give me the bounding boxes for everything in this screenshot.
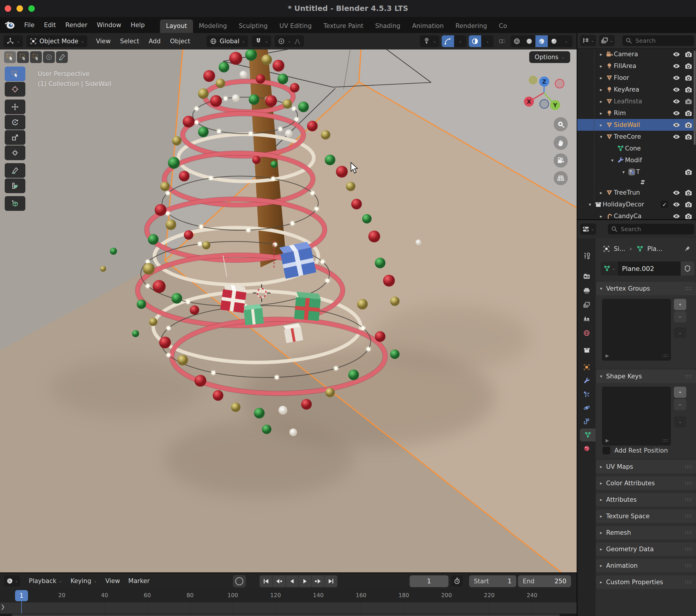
disable-render-icon[interactable] (684, 109, 693, 117)
timeline-scrollbar[interactable] (12, 614, 560, 616)
timeline-scroll-area[interactable] (0, 614, 577, 616)
gizmo-axis-neg-x[interactable] (555, 79, 564, 88)
selectability-filter[interactable]: ⌄ (420, 35, 439, 47)
navigation-gizmo[interactable]: Z X Y (519, 73, 569, 111)
properties-tab-render[interactable] (580, 270, 594, 283)
expand-chevron[interactable]: ▸ (597, 110, 605, 116)
viewport-menu-select[interactable]: Select (115, 38, 144, 45)
outliner-scrollbar[interactable] (694, 51, 696, 145)
properties-tab-output[interactable] (580, 284, 594, 297)
timeline-tracks[interactable] (0, 602, 577, 614)
select-mode-intersect-button[interactable] (56, 51, 68, 63)
panel-vertex-groups[interactable]: ▾Vertex Groups∷∷ (596, 282, 696, 295)
hide-viewport-icon[interactable] (673, 133, 680, 141)
hide-viewport-icon[interactable] (673, 189, 680, 197)
outliner-row-modif[interactable]: ▾Modif (577, 154, 696, 166)
properties-tab-constraints[interactable] (580, 415, 594, 428)
timeline-ruler[interactable]: 20406080100120140160180200220240 (0, 589, 577, 602)
panel-custom-properties[interactable]: ▸Custom Properties∷∷ (596, 576, 696, 589)
transform-tool[interactable] (5, 145, 25, 160)
breadcrumb-data[interactable]: Pla... (647, 245, 662, 252)
disable-render-icon[interactable] (684, 212, 693, 220)
play-button[interactable] (299, 576, 311, 587)
menu-file[interactable]: File (19, 20, 39, 30)
expand-chevron[interactable]: ▸ (597, 99, 605, 104)
fake-user-button[interactable] (681, 261, 694, 276)
panel-uv-maps[interactable]: ▸UV Maps∷∷ (596, 460, 696, 473)
shading-material-button[interactable] (535, 35, 548, 47)
tweak-select-tool[interactable] (5, 67, 25, 81)
hide-viewport-icon[interactable] (673, 109, 680, 117)
panel-remesh[interactable]: ▸Remesh∷∷ (596, 526, 696, 539)
disable-render-icon[interactable] (684, 62, 693, 70)
outliner-filter[interactable]: ⌄ (599, 35, 615, 46)
shape-keys-list[interactable]: ▶∷∷ (602, 387, 671, 445)
hide-viewport-icon[interactable] (673, 62, 680, 70)
workspace-tab-texture-paint[interactable]: Texture Paint (318, 19, 369, 33)
hide-viewport-icon[interactable] (673, 200, 680, 209)
jump-to-next-keyframe-button[interactable] (312, 576, 324, 587)
workspace-tab-sculpting[interactable]: Sculpting (233, 19, 273, 33)
outliner-row-modifier-extra[interactable] (577, 178, 696, 187)
outliner-row-treecore[interactable]: ▾TreeCore (577, 131, 696, 143)
transform-orientation-selector[interactable]: Global⌄ (207, 35, 248, 47)
disable-render-icon[interactable] (684, 86, 693, 94)
expand-chevron[interactable]: ▸ (597, 122, 605, 128)
disable-render-icon[interactable] (684, 189, 693, 197)
properties-tab-object[interactable] (580, 361, 594, 374)
outliner-row-fillarea[interactable]: ▸FillArea (577, 60, 696, 72)
expand-chevron[interactable]: ▸ (597, 190, 605, 195)
menu-edit[interactable]: Edit (39, 20, 61, 30)
overlays-toggle[interactable]: ⌄ (469, 35, 493, 47)
workspace-tab-animation[interactable]: Animation (406, 19, 450, 33)
timeline-menu-keying[interactable]: Keying⌄ (66, 578, 101, 584)
expand-chevron[interactable]: ▾ (597, 134, 605, 140)
properties-tab-collection[interactable] (580, 344, 594, 357)
frame-end-field[interactable]: End250 (518, 576, 571, 587)
expand-chevron[interactable]: ▸ (597, 213, 605, 219)
outliner-display-mode[interactable]: ⌄ (580, 35, 596, 46)
workspace-tab-modeling[interactable]: Modeling (193, 19, 233, 33)
viewport-menu-add[interactable]: Add (144, 38, 165, 45)
expand-chevron[interactable]: ▸ (597, 75, 605, 81)
gizmos-toggle[interactable]: ⌄ (442, 35, 466, 47)
move-tool[interactable] (5, 99, 25, 114)
hide-viewport-icon[interactable] (673, 97, 680, 106)
datablock-name-field[interactable]: Plane.002 (618, 261, 681, 276)
options-button[interactable]: Options⌄ (529, 51, 570, 63)
region-expand-arrow[interactable]: ❯ (1, 604, 5, 610)
mode-selector[interactable]: Object Mode⌄ (27, 35, 87, 47)
play-reverse-button[interactable] (286, 576, 298, 587)
disable-render-icon[interactable] (684, 200, 693, 209)
viewport-canvas[interactable]: Options⌄ User Perspective (1) Collection… (0, 49, 577, 572)
timeline-editor-selector[interactable]: ⌄ (4, 576, 20, 586)
panel-texture-space[interactable]: ▸Texture Space∷∷ (596, 509, 696, 523)
hide-viewport-icon[interactable] (673, 50, 680, 58)
breadcrumb-object[interactable]: Si... (614, 245, 625, 252)
outliner-row-keyarea[interactable]: ▸KeyArea (577, 84, 696, 95)
outliner-row-cone[interactable]: Cone (577, 143, 696, 154)
viewport-scene[interactable] (0, 49, 577, 572)
expand-chevron[interactable]: ▾ (608, 158, 616, 163)
outliner-search[interactable] (622, 35, 694, 46)
meshdata-selector[interactable]: ⌄ (601, 261, 618, 276)
select-mode-subtract-button[interactable] (30, 51, 42, 63)
use-preview-range-button[interactable] (452, 576, 463, 586)
panel-shape-keys[interactable]: ▾Shape Keys∷∷ (596, 370, 696, 383)
camera-view-button[interactable] (554, 153, 568, 167)
workspace-tab-co[interactable]: Co (493, 19, 513, 33)
properties-tab-viewlayer[interactable] (580, 298, 594, 311)
outliner-row-holidaydecor[interactable]: ▾HolidayDecor✓ (577, 198, 696, 210)
outliner-row-rim[interactable]: ▸Rim (577, 107, 696, 119)
viewport-menu-view[interactable]: View (91, 38, 115, 45)
pin-icon[interactable] (684, 245, 691, 252)
workspace-tab-uv-editing[interactable]: UV Editing (273, 19, 318, 33)
rotate-tool[interactable] (5, 115, 25, 130)
properties-editor-selector[interactable]: ⌄ (580, 224, 596, 235)
shading-solid-button[interactable] (523, 35, 535, 47)
xray-toggle[interactable] (496, 35, 508, 47)
remove-vertex-group-button[interactable]: − (674, 311, 686, 322)
collection-checkbox[interactable]: ✓ (661, 200, 668, 208)
timeline-menu-playback[interactable]: Playback⌄ (25, 578, 66, 584)
shading-wireframe-button[interactable] (511, 35, 523, 47)
